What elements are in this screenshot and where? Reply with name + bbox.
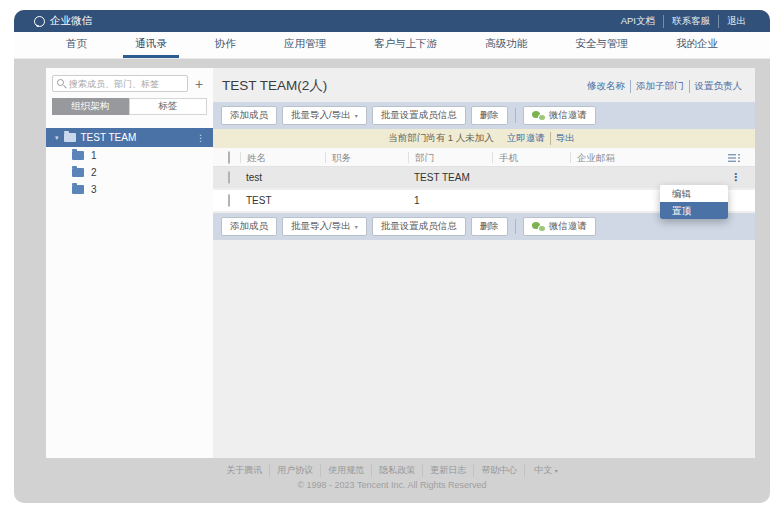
col-phone: 手机 [492, 152, 570, 163]
notice-text: 当前部门尚有 1 人未加入 [388, 132, 494, 145]
add-member-button[interactable]: 添加成员 [221, 217, 277, 236]
tab-home[interactable]: 首页 [54, 32, 99, 58]
page-footer: 关于腾讯 用户协议 使用规范 隐私政策 更新日志 帮助中心 中文 ▾ © 199… [14, 464, 770, 490]
tab-my-company[interactable]: 我的企业 [664, 32, 730, 58]
tab-collaboration[interactable]: 协作 [203, 32, 248, 58]
main-nav: 首页 通讯录 协作 应用管理 客户与上下游 高级功能 安全与管理 我的企业 [14, 32, 770, 59]
topbar-links: API文档 联系客服 退出 [613, 15, 754, 28]
brand-name: 企业微信 [50, 14, 92, 28]
search-icon [57, 79, 66, 88]
search-box[interactable] [52, 75, 188, 92]
app-window: 企业微信 API文档 联系客服 退出 首页 通讯录 协作 应用管理 客户与上下游… [14, 10, 770, 503]
select-all-checkbox[interactable] [228, 151, 230, 164]
title-links: 修改名称 添加子部门 设置负责人 [582, 80, 747, 93]
member-name: test [240, 172, 325, 183]
pending-join-notice: 当前部门尚有 1 人未加入 立即邀请 导出 [213, 129, 755, 148]
brand: 企业微信 [34, 14, 92, 28]
tree-more-icon[interactable]: ⋮ [196, 133, 205, 143]
help-center-link[interactable]: 帮助中心 [473, 464, 524, 477]
row-context-menu: 编辑 置顶 [660, 185, 728, 219]
chevron-down-icon: ▾ [355, 112, 358, 119]
column-settings-cell [700, 152, 755, 163]
folder-icon [72, 185, 84, 194]
row-more-icon[interactable]: ⋮ [730, 171, 741, 183]
chevron-down-icon: ▾ [555, 468, 558, 474]
rename-link[interactable]: 修改名称 [582, 80, 630, 93]
tree-child-label: 1 [91, 150, 97, 161]
tree-item-3[interactable]: 3 [46, 181, 213, 198]
member-department: 1 [408, 195, 492, 206]
row-checkbox-cell [213, 172, 240, 183]
tree-item-root[interactable]: ▾ TEST TEAM ⋮ [46, 128, 213, 147]
tab-contacts[interactable]: 通讯录 [123, 32, 179, 58]
api-docs-link[interactable]: API文档 [613, 15, 663, 28]
batch-set-info-button[interactable]: 批量设置成员信息 [372, 106, 466, 125]
tab-advanced[interactable]: 高级功能 [473, 32, 539, 58]
chevron-down-icon[interactable]: ▾ [55, 134, 59, 142]
row-actions-cell: ⋮ [700, 172, 755, 183]
add-department-button[interactable]: + [191, 76, 207, 92]
tree-item-1[interactable]: 1 [46, 147, 213, 164]
toolbar-divider [515, 219, 516, 234]
export-link[interactable]: 导出 [550, 132, 580, 145]
footer-links: 关于腾讯 用户协议 使用规范 隐私政策 更新日志 帮助中心 中文 ▾ [219, 464, 565, 477]
user-agreement-link[interactable]: 用户协议 [269, 464, 320, 477]
wechat-invite-label: 微信邀请 [549, 109, 587, 122]
select-all-cell [213, 152, 240, 163]
privacy-policy-link[interactable]: 隐私政策 [371, 464, 422, 477]
wechat-icon [532, 111, 545, 121]
column-settings-icon[interactable] [728, 153, 741, 163]
add-member-button[interactable]: 添加成员 [221, 106, 277, 125]
sidebar-search-row: + [52, 75, 207, 92]
batch-import-export-button[interactable]: 批量导入/导出 ▾ [282, 106, 367, 125]
search-input[interactable] [69, 79, 183, 89]
main-content: TEST TEAM(2人) 修改名称 添加子部门 设置负责人 添加成员 批量导入… [213, 68, 755, 458]
wechat-invite-button[interactable]: 微信邀请 [523, 106, 596, 125]
language-selector[interactable]: 中文 ▾ [524, 464, 565, 477]
tab-labels[interactable]: 标签 [129, 98, 208, 115]
usage-rules-link[interactable]: 使用规范 [320, 464, 371, 477]
language-label: 中文 [534, 465, 552, 475]
folder-icon [72, 168, 84, 177]
sidebar-tabs: 组织架构 标签 [52, 98, 207, 115]
changelog-link[interactable]: 更新日志 [422, 464, 473, 477]
member-name: TEST [240, 195, 325, 206]
chevron-down-icon: ▾ [355, 223, 358, 230]
col-department: 部门 [408, 152, 492, 163]
add-sub-department-link[interactable]: 添加子部门 [630, 80, 689, 93]
top-bar: 企业微信 API文档 联系客服 退出 [14, 10, 770, 32]
tree-child-label: 2 [91, 167, 97, 178]
row-checkbox-cell [213, 195, 240, 206]
toolbar-divider [515, 108, 516, 123]
contact-support-link[interactable]: 联系客服 [663, 15, 718, 28]
wechat-invite-button[interactable]: 微信邀请 [523, 217, 596, 236]
batch-set-info-button[interactable]: 批量设置成员信息 [372, 217, 466, 236]
page-title: TEST TEAM(2人) [222, 77, 327, 95]
logout-link[interactable]: 退出 [718, 15, 754, 28]
sidebar: + 组织架构 标签 ▾ TEST TEAM ⋮ 1 2 3 [46, 68, 213, 458]
delete-button[interactable]: 删除 [471, 106, 508, 125]
menu-item-edit[interactable]: 编辑 [660, 185, 728, 202]
wecom-logo-icon [34, 16, 45, 27]
delete-button[interactable]: 删除 [471, 217, 508, 236]
about-tencent-link[interactable]: 关于腾讯 [219, 464, 269, 477]
tree-child-label: 3 [91, 184, 97, 195]
tab-customers[interactable]: 客户与上下游 [362, 32, 449, 58]
col-email: 企业邮箱 [570, 152, 700, 163]
invite-now-link[interactable]: 立即邀请 [502, 132, 550, 145]
tab-security[interactable]: 安全与管理 [563, 32, 640, 58]
row-checkbox[interactable] [228, 171, 230, 184]
menu-item-pin-top[interactable]: 置顶 [660, 202, 728, 219]
batch-import-export-label: 批量导入/导出 [291, 109, 351, 122]
tab-app-management[interactable]: 应用管理 [272, 32, 338, 58]
batch-import-export-button[interactable]: 批量导入/导出 ▾ [282, 217, 367, 236]
tab-org-structure[interactable]: 组织架构 [52, 98, 129, 115]
title-row: TEST TEAM(2人) 修改名称 添加子部门 设置负责人 [213, 68, 755, 102]
tree-item-2[interactable]: 2 [46, 164, 213, 181]
batch-import-export-label: 批量导入/导出 [291, 220, 351, 233]
copyright-text: © 1998 - 2023 Tencent Inc. All Rights Re… [14, 480, 770, 490]
org-tree: ▾ TEST TEAM ⋮ 1 2 3 [46, 128, 213, 198]
row-checkbox[interactable] [228, 194, 230, 207]
set-manager-link[interactable]: 设置负责人 [689, 80, 748, 93]
folder-icon [64, 133, 76, 142]
